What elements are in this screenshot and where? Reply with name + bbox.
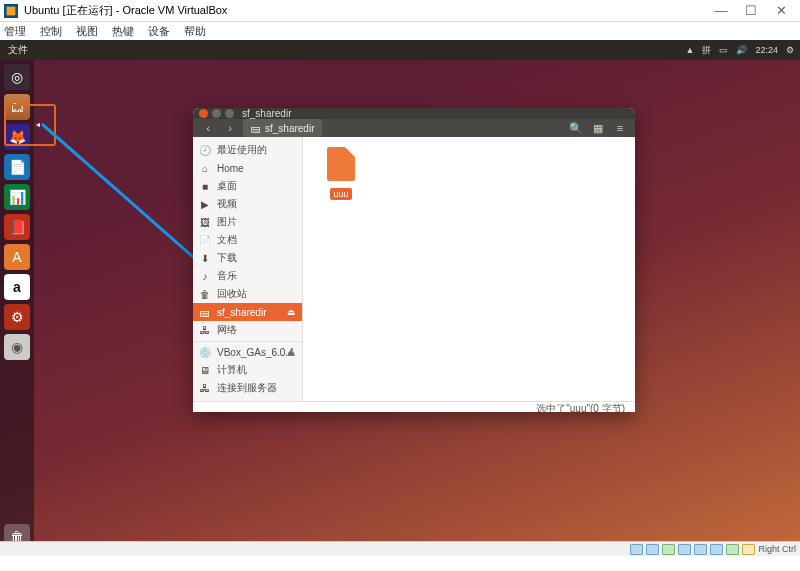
file-manager-window: sf_sharedir ‹ › 🖴 sf_sharedir 🔍 ▦ ≡ 🕘最近使… [193, 108, 635, 412]
file-manager-titlebar[interactable]: sf_sharedir [193, 108, 635, 119]
sidebar-label: sf_sharedir [217, 307, 266, 318]
window-dots [199, 109, 234, 118]
clock[interactable]: 22:24 [755, 45, 778, 55]
host-titlebar: Ubuntu [正在运行] - Oracle VM VirtualBox — ☐… [0, 0, 800, 22]
sidebar-icon: ⬇ [199, 253, 211, 264]
sidebar-label: 连接到服务器 [217, 381, 277, 395]
menu-help[interactable]: 帮助 [184, 24, 206, 39]
sidebar-item--[interactable]: 🗑回收站 [193, 285, 302, 303]
sidebar-icon: 🗑 [199, 289, 211, 300]
path-breadcrumb[interactable]: 🖴 sf_sharedir [243, 119, 322, 137]
menu-control[interactable]: 控制 [40, 24, 62, 39]
menu-hotkeys[interactable]: 热键 [112, 24, 134, 39]
file-manager-toolbar: ‹ › 🖴 sf_sharedir 🔍 ▦ ≡ [193, 119, 635, 137]
launcher-software[interactable]: A [4, 244, 30, 270]
vb-shared-icon[interactable] [694, 544, 707, 555]
sidebar-label: 回收站 [217, 287, 247, 301]
file-manager-statusbar: 选中了"uuu"(0 字节) [193, 401, 635, 412]
search-button[interactable]: 🔍 [567, 122, 585, 135]
status-text: 选中了"uuu"(0 字节) [536, 402, 625, 412]
sidebar-icon: 🖼 [199, 217, 211, 228]
panel-app-label[interactable]: 文件 [8, 43, 28, 57]
session-indicator[interactable]: ⚙ [786, 45, 794, 55]
sidebar-icon: ■ [199, 181, 211, 192]
eject-icon[interactable]: ⏏ [287, 348, 296, 358]
sidebar-item--[interactable]: ▶视频 [193, 195, 302, 213]
volume-indicator[interactable]: 🔊 [736, 45, 747, 55]
nav-back-button[interactable]: ‹ [199, 119, 217, 137]
launcher-amazon[interactable]: a [4, 274, 30, 300]
launcher-disc[interactable]: ◉ [4, 334, 30, 360]
sidebar-icon: ⌂ [199, 163, 211, 174]
sidebar-item--[interactable]: ♪音乐 [193, 267, 302, 285]
file-manager-content[interactable]: uuu [303, 137, 635, 401]
drive-icon: 🖴 [251, 123, 261, 134]
host-menubar: 管理 控制 视图 热键 设备 帮助 [0, 22, 800, 40]
sidebar-item--[interactable]: 🕘最近使用的 [193, 141, 302, 159]
virtualbox-icon [4, 4, 18, 18]
menu-view[interactable]: 视图 [76, 24, 98, 39]
sidebar-icon: 📄 [199, 235, 211, 246]
sidebar-icon: 🕘 [199, 145, 211, 156]
close-dot[interactable] [199, 109, 208, 118]
sidebar-icon: 💿 [199, 347, 211, 358]
sidebar-icon: ▶ [199, 199, 211, 210]
vb-statusbar: Right Ctrl [0, 541, 800, 556]
sidebar-item--[interactable]: 📄文档 [193, 231, 302, 249]
minimize-button[interactable]: — [706, 3, 736, 18]
sidebar-label: Home [217, 163, 244, 174]
annotation-highlight [4, 104, 56, 146]
file-manager-title: sf_sharedir [242, 108, 291, 119]
ubuntu-top-panel: 文件 ▲ 拼 ▭ 🔊 22:24 ⚙ [0, 40, 800, 60]
sidebar-label: 计算机 [217, 363, 247, 377]
vb-usb-icon[interactable] [678, 544, 691, 555]
sidebar-item--[interactable]: 🖧连接到服务器 [193, 379, 302, 397]
sidebar-label: VBox_GAs_6.0.4 [217, 347, 294, 358]
vb-net-icon[interactable] [662, 544, 675, 555]
sidebar-item--[interactable]: 🖧网络 [193, 321, 302, 339]
sidebar-item--[interactable]: ⬇下载 [193, 249, 302, 267]
sidebar-item-sf-sharedir[interactable]: 🖴sf_sharedir⏏ [193, 303, 302, 321]
sidebar-label: 桌面 [217, 179, 237, 193]
sidebar-icon: 🖧 [199, 325, 211, 336]
maximize-dot[interactable] [225, 109, 234, 118]
file-name: uuu [330, 188, 351, 200]
sidebar-item--[interactable]: 🖥计算机 [193, 361, 302, 379]
file-item[interactable]: uuu [317, 147, 365, 201]
battery-indicator[interactable]: ▭ [719, 45, 728, 55]
sidebar-label: 音乐 [217, 269, 237, 283]
host-title: Ubuntu [正在运行] - Oracle VM VirtualBox [24, 3, 227, 18]
file-manager-sidebar: 🕘最近使用的⌂Home■桌面▶视频🖼图片📄文档⬇下载♪音乐🗑回收站🖴sf_sha… [193, 137, 303, 401]
sidebar-item-home[interactable]: ⌂Home [193, 159, 302, 177]
launcher-settings[interactable]: ⚙ [4, 304, 30, 330]
sidebar-icon: ♪ [199, 271, 211, 282]
vb-mouse-icon[interactable] [742, 544, 755, 555]
maximize-button[interactable]: ☐ [736, 3, 766, 18]
sidebar-label: 下载 [217, 251, 237, 265]
nav-forward-button[interactable]: › [221, 119, 239, 137]
launcher-impress[interactable]: 📕 [4, 214, 30, 240]
input-indicator[interactable]: 拼 [702, 44, 711, 57]
hamburger-menu[interactable]: ≡ [611, 122, 629, 134]
minimize-dot[interactable] [212, 109, 221, 118]
sidebar-icon: 🖧 [199, 383, 211, 394]
sidebar-item-vbox-gas-6-0-4[interactable]: 💿VBox_GAs_6.0.4⏏ [193, 341, 302, 361]
menu-manage[interactable]: 管理 [4, 24, 26, 39]
launcher-writer[interactable]: 📄 [4, 154, 30, 180]
vb-hd-icon[interactable] [630, 544, 643, 555]
vb-record-icon[interactable] [726, 544, 739, 555]
vb-cd-icon[interactable] [646, 544, 659, 555]
svg-rect-1 [7, 6, 16, 15]
launcher-dash[interactable]: ◎ [4, 64, 30, 90]
sidebar-label: 网络 [217, 323, 237, 337]
sidebar-item--[interactable]: 🖼图片 [193, 213, 302, 231]
vb-hostkey-label: Right Ctrl [758, 544, 796, 554]
sidebar-item--[interactable]: ■桌面 [193, 177, 302, 195]
vb-display-icon[interactable] [710, 544, 723, 555]
menu-devices[interactable]: 设备 [148, 24, 170, 39]
launcher-calc[interactable]: 📊 [4, 184, 30, 210]
view-mode-button[interactable]: ▦ [589, 122, 607, 135]
eject-icon[interactable]: ⏏ [287, 307, 296, 317]
network-indicator[interactable]: ▲ [686, 45, 695, 55]
close-button[interactable]: ✕ [766, 3, 796, 18]
